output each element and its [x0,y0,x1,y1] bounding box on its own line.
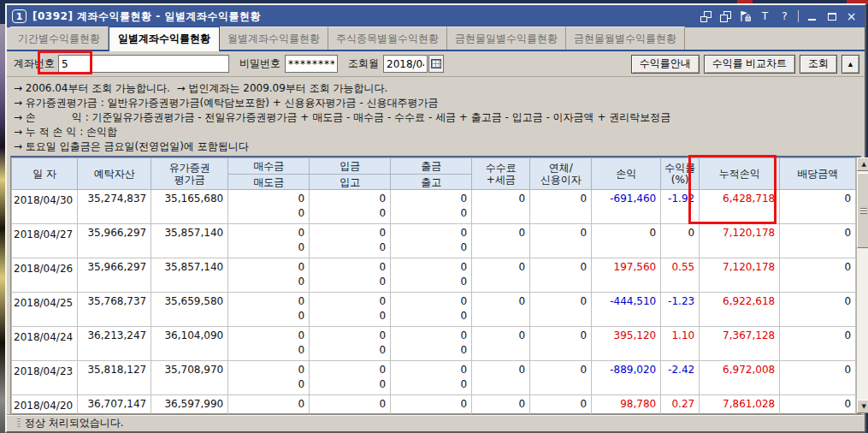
query-month-input[interactable] [383,55,428,73]
cell-valuation: 35,165,680 [151,190,228,224]
cell-rate: 0 [661,224,700,258]
cell-rate: -1.23 [661,293,700,327]
cell-withdraw: 00 [391,395,472,416]
col-deposit: 입금입고 [310,158,391,190]
cell-interest: 0 [530,293,592,327]
cell-assets: 36,707,147 [78,395,151,416]
table-row[interactable]: 2018/04/2335,818,12735,708,97000000000-8… [12,361,856,395]
tab-period-returns[interactable]: 기간별수익률현황 [10,27,109,50]
restore-window-icon[interactable] [700,10,712,23]
help-icon[interactable]: ? [778,10,791,23]
returns-table: 일 자예탁자산유가증권 평가금매수금매도금입금입고출금출고수수료 +세금연체/ … [10,156,861,414]
password-label: 비밀번호 [239,56,280,71]
cell-cum: 7,120,178 [700,224,780,258]
cell-date: 2018/04/25 [12,293,78,327]
cell-buy: 00 [228,327,310,361]
cell-date: 2018/04/20 [12,395,78,416]
cell-fee: 0 [472,293,530,327]
password-input[interactable] [285,55,338,73]
cell-date: 2018/04/23 [12,361,78,395]
cell-rate: 0.55 [661,258,700,293]
maximize-icon[interactable] [825,10,838,23]
scroll-down-icon[interactable]: ▼ [857,400,868,413]
status-grip-icon [17,418,21,429]
cell-fee: 0 [472,361,530,395]
duplicate-window-icon[interactable] [719,10,732,23]
cell-valuation: 36,597,990 [151,395,228,416]
calendar-icon [431,59,441,68]
inquiry-button[interactable]: 조회 [800,55,837,74]
account-number-input[interactable] [58,55,229,73]
table-row[interactable]: 2018/04/2735,966,29735,857,1400000000000… [12,224,856,258]
col-fee-tax: 수수료 +세금 [472,158,530,190]
cell-date: 2018/04/30 [12,190,78,224]
cell-pnl: -444,510 [592,293,661,327]
thumb-grip-icon [860,208,867,214]
cell-assets: 35,274,837 [78,190,151,224]
note-line: → 누 적 손 익 : 손익합 [14,125,865,139]
cell-fee: 0 [472,327,530,361]
table-row[interactable]: 2018/04/3035,274,83735,165,68000000000-6… [12,190,856,224]
table-row[interactable]: 2018/04/2535,768,73735,659,58000000000-4… [12,293,856,327]
table-row[interactable]: 2018/04/2436,213,24736,104,0900000000039… [12,327,856,361]
table-row[interactable]: 2018/04/2036,707,14736,597,9900000000098… [12,395,856,416]
collapse-button[interactable]: ▲ [841,55,859,74]
help-notes: → 2006.04부터 조회 가능합니다. → 법인계좌는 2009.09부터 … [7,77,865,156]
tab-monthly-account-returns[interactable]: 월별계좌수익률현황 [220,27,328,50]
cell-cum: 6,972,008 [700,361,780,395]
cell-dividend: 0 [780,190,856,224]
tab-stock-monthly-returns[interactable]: 주식종목별월수익현황 [328,27,447,50]
font-size-icon[interactable]: T [759,10,771,23]
rate-compare-chart-button[interactable]: 수익률 비교차트 [704,55,795,74]
cell-assets: 35,966,297 [78,224,151,258]
tab-daily-account-returns[interactable]: 일별계좌수익률현황 [109,27,220,51]
cell-cum: 7,120,178 [700,258,780,293]
cell-assets: 35,966,297 [78,258,151,293]
cell-dividend: 0 [780,293,856,327]
cell-deposit: 00 [310,190,391,224]
cell-interest: 0 [530,224,592,258]
cell-cum: 7,861,028 [700,395,780,416]
cell-buy: 00 [228,190,310,224]
minimize-icon[interactable] [806,10,818,23]
calendar-button[interactable] [428,55,444,73]
cell-rate: 1.10 [661,327,700,361]
query-month-label: 조회월 [348,56,379,71]
close-icon[interactable]: × [845,10,858,23]
col-withdraw: 출금출고 [391,158,472,190]
cell-dividend: 0 [780,395,856,416]
cell-withdraw: 00 [391,224,472,258]
cell-pnl: 0 [592,224,661,258]
cell-withdraw: 00 [391,327,472,361]
cell-valuation: 36,104,090 [151,327,228,361]
cell-date: 2018/04/27 [12,224,78,258]
cell-deposit: 00 [310,327,391,361]
scrollbar-thumb[interactable] [857,173,868,248]
status-bar: 정상 처리되었습니다. [7,414,865,431]
cell-pnl: 395,120 [592,327,661,361]
cell-cum: 6,428,718 [700,190,780,224]
cell-fee: 0 [472,258,530,293]
title-bar[interactable]: 1 [0392] 계좌수익률현황 - 일별계좌수익률현황 T ? × [7,5,865,27]
note-line: → 토요일 입출금은 금요일(전영업일)에 포함됩니다 [14,139,865,154]
cell-deposit: 00 [310,258,391,293]
scrollbar-track[interactable] [857,171,868,400]
col-buy-sell: 매수금매도금 [228,158,310,190]
cell-deposit: 00 [310,224,391,258]
col-pnl: 손익 [592,158,661,190]
cell-interest: 0 [530,395,592,416]
status-message: 정상 처리되었습니다. [25,416,124,430]
rate-guide-button[interactable]: 수익률안내 [631,55,700,74]
window-title: [0392] 계좌수익률현황 - 일별계좌수익률현황 [32,9,261,24]
tab-gold-monthly-returns[interactable]: 금현물월별수익률현황 [566,27,685,50]
scroll-up-icon[interactable]: ▲ [857,157,868,171]
pin-lock-icon[interactable] [739,10,752,23]
table-row[interactable]: 2018/04/2635,966,29735,857,1400000000019… [12,258,856,293]
cell-interest: 0 [530,361,592,395]
vertical-scrollbar[interactable]: ▲ ▼ [856,157,868,413]
cell-interest: 0 [530,327,592,361]
col-cumulative: 누적손익 [700,158,780,190]
col-dividend: 배당금액 [780,158,856,190]
cell-pnl: 98,780 [592,395,661,416]
tab-gold-daily-returns[interactable]: 금현물일별수익률현황 [447,27,566,50]
